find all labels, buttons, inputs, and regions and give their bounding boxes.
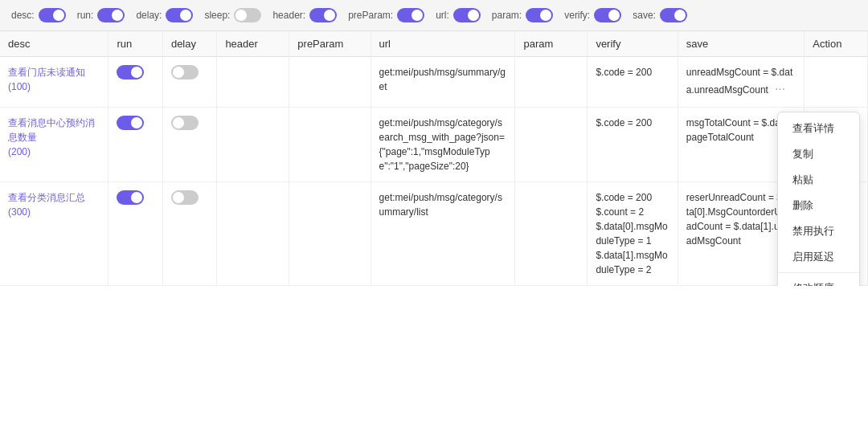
delay-toggle-2[interactable]: [171, 190, 199, 205]
desc-text-2[interactable]: 查看分类消息汇总: [8, 192, 85, 203]
row-1-delay: [162, 108, 216, 182]
row-2-desc: 查看分类消息汇总(300): [0, 182, 108, 286]
row-1-preparam: [289, 108, 371, 182]
col-header-run: run: [108, 31, 162, 57]
row-0-preparam: [289, 57, 371, 108]
row-2-header: [217, 182, 289, 286]
context-menu-item-6[interactable]: 修改顺序: [778, 275, 859, 286]
row-2-param: [515, 182, 588, 286]
context-menu-item-4[interactable]: 禁用执行: [778, 218, 859, 244]
row-1-url: get:mei/push/msg/category/search_msg_wit…: [371, 108, 515, 182]
filter-toggle-sleep[interactable]: [234, 8, 261, 22]
delay-toggle-1[interactable]: [171, 116, 199, 130]
col-header-preparam: preParam: [289, 31, 371, 57]
row-2-url: get:mei/push/msg/category/summary/list: [371, 182, 515, 286]
row-0-verify: $.code = 200: [588, 57, 678, 108]
row-1-desc: 查看消息中心预约消息数量(200): [0, 108, 108, 182]
context-menu-item-0[interactable]: 查看详情: [778, 116, 859, 141]
row-2-verify: $.code = 200 $.count = 2 $.data[0].msgMo…: [588, 182, 678, 286]
filter-bar: desc:run:delay:sleep:header:preParam:url…: [0, 0, 868, 31]
col-header-verify: verify: [588, 31, 678, 57]
desc-count-1: (200): [8, 146, 31, 157]
filter-toggle-param[interactable]: [526, 8, 553, 22]
filter-label-param: param:: [492, 10, 522, 21]
table-row: 查看消息中心预约消息数量(200)get:mei/push/msg/catego…: [0, 108, 868, 182]
run-toggle-1[interactable]: [117, 116, 144, 130]
run-toggle-2[interactable]: [117, 190, 144, 205]
table-wrapper: desc run delay header preParam url param…: [0, 31, 868, 286]
filter-toggle-header[interactable]: [309, 8, 337, 22]
filter-toggle-url[interactable]: [453, 8, 481, 22]
filter-label-run: run:: [77, 10, 94, 21]
save-text-1: msgTotalCount = $.data.pageTotalCount: [686, 117, 791, 143]
col-header-save: save: [678, 31, 804, 57]
filter-item-run: run:: [77, 8, 125, 22]
filter-item-url: url:: [436, 8, 481, 22]
desc-text-0[interactable]: 查看门店未读通知: [8, 67, 85, 78]
context-menu-item-1[interactable]: 复制: [778, 141, 859, 167]
filter-item-verify: verify:: [564, 8, 621, 22]
filter-item-desc: desc:: [11, 8, 66, 22]
filter-item-delay: delay:: [136, 8, 193, 22]
col-header-header: header: [217, 31, 289, 57]
filter-toggle-save[interactable]: [660, 8, 687, 22]
desc-count-0: (100): [8, 81, 31, 92]
run-toggle-0[interactable]: [117, 65, 144, 79]
col-header-desc: desc: [0, 31, 108, 57]
col-header-action: Action: [805, 31, 868, 57]
context-menu-item-2[interactable]: 粘贴: [778, 167, 859, 193]
context-menu-divider-5: [778, 272, 859, 273]
context-menu-item-5[interactable]: 启用延迟: [778, 244, 859, 270]
filter-label-verify: verify:: [564, 10, 590, 21]
filter-label-desc: desc:: [11, 10, 35, 21]
filter-toggle-run[interactable]: [97, 8, 125, 22]
row-1-run: [108, 108, 162, 182]
filter-label-preParam: preParam:: [348, 10, 393, 21]
delay-toggle-0[interactable]: [171, 65, 199, 79]
row-0-header: [217, 57, 289, 108]
filter-label-save: save:: [633, 10, 656, 21]
filter-toggle-delay[interactable]: [166, 8, 193, 22]
row-2-preparam: [289, 182, 371, 286]
context-menu-item-3[interactable]: 删除: [778, 193, 859, 218]
row-0-action: [805, 57, 868, 108]
row-0-run: [108, 57, 162, 108]
row-0-param: [515, 57, 588, 108]
col-header-url: url: [371, 31, 515, 57]
row-0-desc: 查看门店未读通知(100): [0, 57, 108, 108]
filter-item-param: param:: [492, 8, 553, 22]
col-header-delay: delay: [162, 31, 216, 57]
filter-toggle-verify[interactable]: [594, 8, 621, 22]
filter-toggle-preParam[interactable]: [397, 8, 424, 22]
filter-item-preParam: preParam:: [348, 8, 424, 22]
save-dots-0[interactable]: ···: [772, 80, 788, 97]
filter-item-save: save:: [633, 8, 687, 22]
desc-text-1[interactable]: 查看消息中心预约消息数量: [8, 117, 95, 143]
row-1-verify: $.code = 200: [588, 108, 678, 182]
row-0-save: unreadMsgCount = $.data.unreadMsgCount··…: [678, 57, 804, 108]
row-2-run: [108, 182, 162, 286]
filter-label-header: header:: [272, 10, 305, 21]
table-row: 查看门店未读通知(100)get:mei/push/msg/summary/ge…: [0, 57, 868, 108]
row-0-delay: [162, 57, 216, 108]
context-menu: 查看详情复制粘贴删除禁用执行启用延迟修改顺序修改等待复制链接上面添加行下面添加行: [777, 112, 860, 286]
row-1-param: [515, 108, 588, 182]
row-0-url: get:mei/push/msg/summary/get: [371, 57, 515, 108]
desc-count-2: (300): [8, 206, 31, 218]
filter-label-sleep: sleep:: [204, 10, 230, 21]
main-table: desc run delay header preParam url param…: [0, 31, 868, 286]
filter-item-sleep: sleep:: [204, 8, 261, 22]
filter-label-url: url:: [436, 10, 449, 21]
filter-label-delay: delay:: [136, 10, 162, 21]
table-header-row: desc run delay header preParam url param…: [0, 31, 868, 57]
row-2-delay: [162, 182, 216, 286]
filter-toggle-desc[interactable]: [39, 8, 66, 22]
col-header-param: param: [515, 31, 588, 57]
table-row: 查看分类消息汇总(300)get:mei/push/msg/category/s…: [0, 182, 868, 286]
row-1-header: [217, 108, 289, 182]
filter-item-header: header:: [272, 8, 337, 22]
